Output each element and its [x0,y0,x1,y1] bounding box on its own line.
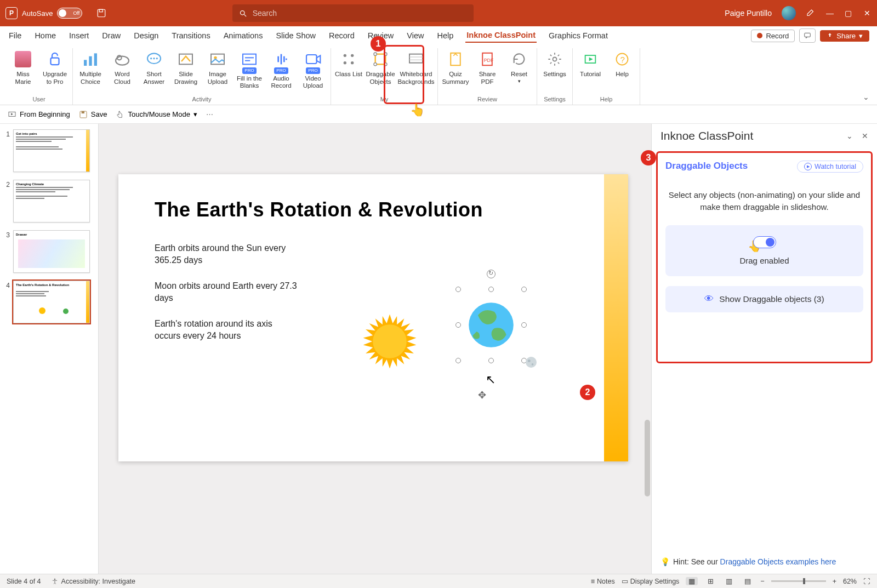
scroll-thumb[interactable] [645,420,650,496]
slide-thumb-2[interactable]: Changing Climate [13,180,90,222]
search-box[interactable]: Search [232,4,474,22]
panel-close[interactable]: ✕ [862,132,868,140]
view-reading[interactable]: ▥ [723,577,735,585]
zoom-slider[interactable] [771,580,826,582]
ribbon-upgrade-pro[interactable]: Upgrade to Pro [39,48,70,95]
app-logo: P [5,7,18,19]
drag-toggle-illustration[interactable]: 👆 [753,236,776,250]
tab-animations[interactable]: Animations [223,29,264,42]
selection-handle[interactable] [521,322,527,328]
tab-view[interactable]: View [406,29,425,42]
tab-record[interactable]: Record [328,29,356,42]
watch-tutorial-button[interactable]: Watch tutorial [797,161,863,173]
ribbon-collapse[interactable]: ⌄ [863,93,869,101]
fit-to-window[interactable]: ⛶ [863,578,870,585]
ribbon-whiteboard-bg[interactable]: Whiteboard Backgrounds [397,48,435,95]
ribbon-group-label: User [32,95,45,105]
ribbon-short-answer[interactable]: Short Answer [139,48,169,95]
ribbon-share-pdf[interactable]: PDFShare PDF [472,48,503,95]
ribbon-fill-blanks[interactable]: PROFill in the Blanks [234,48,265,95]
save-button[interactable]: Save [79,110,107,119]
ribbon-group-my: Class List Draggable Objects Whiteboard … [331,48,438,105]
window-minimize[interactable]: ― [825,9,834,18]
ribbon-audio-record[interactable]: PROAudio Record [266,48,297,95]
status-slide-of[interactable]: Slide 4 of 4 [7,578,41,585]
hint-link[interactable]: Draggable Objects examples here [720,557,836,566]
tab-insert[interactable]: Insert [68,29,90,42]
selection-handle[interactable] [488,287,494,292]
tab-graphics-format[interactable]: Graphics Format [548,29,609,42]
slide-canvas[interactable]: The Earth's Rotation & Revolution Earth … [99,124,651,574]
panel-title: Inknoe ClassPoint [660,129,753,142]
touch-mode-button[interactable]: Touch/Mouse Mode ▾ [116,110,197,119]
slide-thumb-1[interactable]: Get into pairs [13,129,90,172]
ribbon-word-cloud[interactable]: Word Cloud [107,48,138,95]
bulb-icon: 💡 [660,557,670,566]
share-button[interactable]: Share▾ [820,30,869,42]
save-icon[interactable] [96,8,106,18]
ribbon-help[interactable]: ?Help [607,48,637,95]
view-slideshow[interactable]: ▤ [742,577,754,585]
panel-collapse[interactable]: ⌄ [846,132,853,140]
slide-thumb-3[interactable]: Drawer [13,230,90,273]
status-bar: Slide 4 of 4 Accessibility: Investigate … [0,574,877,588]
zoom-thumb[interactable] [803,578,805,584]
selection-handle[interactable] [521,287,527,292]
status-notes[interactable]: ≡ Notes [591,578,615,585]
autosave-toggle[interactable]: Off [57,8,82,19]
slide-thumb-4[interactable]: The Earth's Rotation & Revolution [13,281,90,323]
moon-graphic[interactable] [523,354,539,370]
tab-home[interactable]: Home [33,29,57,42]
status-display-settings[interactable]: ▭ Display Settings [622,577,680,585]
ribbon-settings[interactable]: Settings [539,48,570,95]
tab-help[interactable]: Help [436,29,454,42]
vertical-scrollbar[interactable] [642,124,651,574]
sun-graphic[interactable] [360,311,420,372]
ribbon-multiple-choice[interactable]: Multiple Choice [75,48,106,95]
draw-mode-icon[interactable] [806,8,816,18]
window-restore[interactable]: ▢ [844,9,853,18]
tab-draw[interactable]: Draw [101,29,122,42]
zoom-level[interactable]: 62% [843,578,857,585]
ribbon-tutorial[interactable]: Tutorial [575,48,606,95]
selection-handle[interactable] [455,287,461,292]
ribbon-image-upload[interactable]: Image Upload [202,48,233,95]
selection-handle[interactable] [488,358,494,363]
ribbon-miss-marie[interactable]: Miss Marie [8,48,38,95]
selection-handle[interactable] [455,358,461,363]
ribbon-reset[interactable]: Reset▾ [504,48,534,95]
user-name[interactable]: Paige Puntillo [725,9,772,18]
earth-graphic-selected[interactable] [458,289,524,361]
zoom-out[interactable]: − [760,578,764,585]
slide-p2: Moon orbits around Earth every 27.3 days [155,280,297,305]
ribbon-slide-drawing[interactable]: Slide Drawing [170,48,201,95]
toggle-switch[interactable] [753,236,776,248]
tab-design[interactable]: Design [133,29,160,42]
tab-transitions[interactable]: Transitions [170,29,211,42]
user-avatar[interactable] [782,6,796,20]
ribbon-group-label: Help [600,95,613,105]
ribbon-class-list[interactable]: Class List [333,48,364,95]
view-sorter[interactable]: ⊞ [704,577,716,585]
zoom-in[interactable]: + [833,578,836,585]
overflow-icon[interactable]: ⋯ [206,110,213,118]
status-accessibility[interactable]: Accessibility: Investigate [51,578,135,585]
thumb-number: 3 [2,230,10,273]
selection-handle[interactable] [455,322,461,328]
record-button[interactable]: Record [751,30,795,42]
from-beginning-button[interactable]: From Beginning [8,110,70,119]
comments-button[interactable] [799,28,816,43]
show-draggable-button[interactable]: 👁 Show Draggable objects (3) [665,286,863,312]
callout-1: 1 [371,36,386,52]
ribbon-draggable-objects[interactable]: Draggable Objects [365,48,396,95]
view-normal[interactable]: ▦ [686,577,698,585]
slide-thumbnails: 1 Get into pairs 2 Changing Climate 3 Dr… [0,124,99,574]
ribbon-video-upload[interactable]: PROVideo Upload [298,48,328,95]
ribbon-quiz-summary[interactable]: Quiz Summary [440,48,471,95]
tab-inknoe-classpoint[interactable]: Inknoe ClassPoint [465,28,537,43]
eye-icon: 👁 [704,294,714,305]
window-close[interactable]: ✕ [863,9,872,18]
tab-file[interactable]: File [8,29,22,42]
tab-slideshow[interactable]: Slide Show [275,29,317,42]
rotate-handle[interactable] [487,270,496,278]
